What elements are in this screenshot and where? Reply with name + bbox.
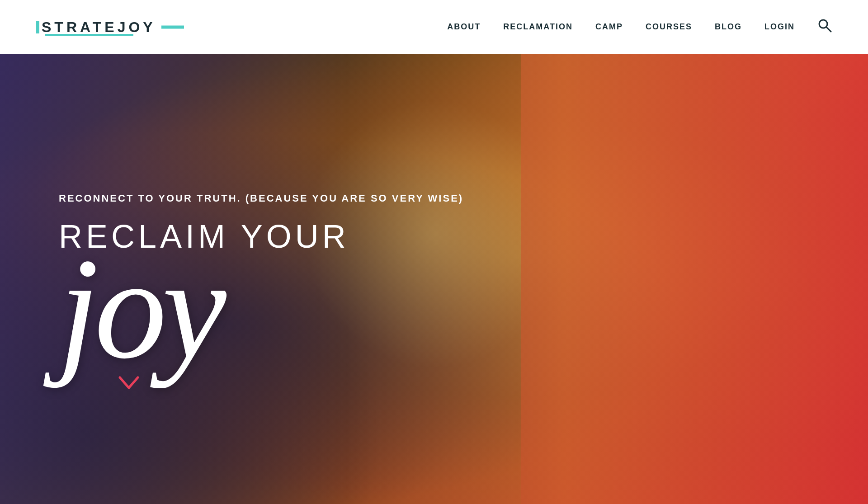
hero-title-block: RECLAIM YOUR joy: [59, 218, 463, 366]
svg-line-1: [826, 27, 831, 32]
logo[interactable]: STRATEJOY: [36, 20, 161, 34]
hero-title-joy: joy: [59, 250, 463, 366]
search-icon: [817, 18, 832, 33]
nav-login[interactable]: LOGIN: [764, 22, 795, 32]
hero-subtitle: RECONNECT TO YOUR TRUTH. (BECAUSE YOU AR…: [59, 193, 463, 204]
nav-reclamation[interactable]: RECLAMATION: [503, 22, 573, 32]
hero-title-joy-container: joy: [59, 250, 463, 366]
nav-courses[interactable]: COURSES: [646, 22, 692, 32]
nav-about[interactable]: ABOUT: [447, 22, 481, 32]
hero-content: RECONNECT TO YOUR TRUTH. (BECAUSE YOU AR…: [0, 165, 463, 393]
main-nav: ABOUT RECLAMATION CAMP COURSES BLOG LOGI…: [447, 18, 832, 36]
logo-text: STRATEJOY: [42, 19, 156, 35]
hero-section: RECONNECT TO YOUR TRUTH. (BECAUSE YOU AR…: [0, 54, 868, 504]
site-header: STRATEJOY ABOUT RECLAMATION CAMP COURSES…: [0, 0, 868, 54]
logo-accent-bar: [45, 34, 133, 36]
nav-camp[interactable]: CAMP: [595, 22, 623, 32]
search-button[interactable]: [817, 18, 832, 36]
nav-blog[interactable]: BLOG: [715, 22, 742, 32]
